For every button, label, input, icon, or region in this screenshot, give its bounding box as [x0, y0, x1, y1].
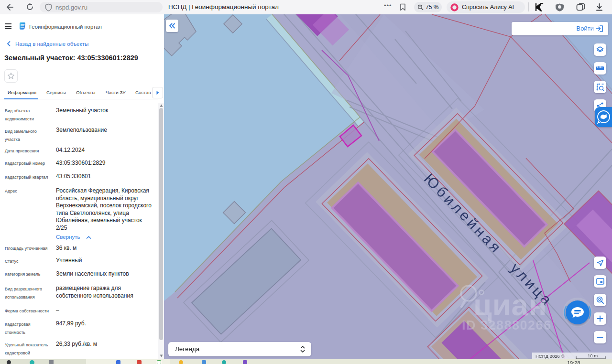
svg-text:10 m: 10 m: [588, 353, 598, 358]
svg-text:циан: циан: [473, 288, 547, 321]
svg-text:ID 328880266: ID 328880266: [462, 318, 552, 332]
svg-text:НСПД 2026 ©: НСПД 2026 ©: [536, 353, 564, 359]
